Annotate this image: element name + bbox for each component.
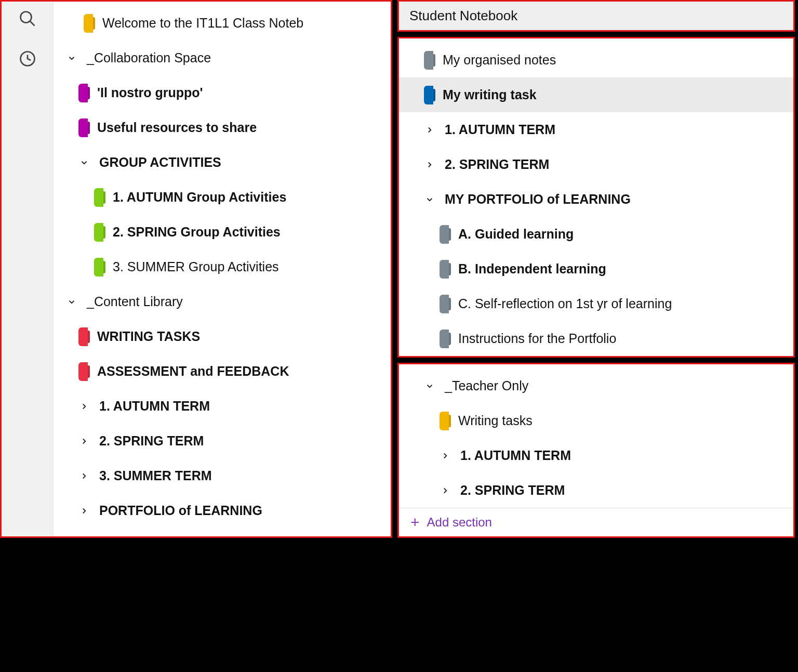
section-tab-icon (440, 330, 449, 348)
plus-icon: + (410, 515, 420, 530)
group-label: _Content Library (87, 294, 183, 309)
group-label: 3. SUMMER TERM (99, 468, 212, 483)
section-guided-learning[interactable]: A. Guided learning (399, 217, 793, 252)
section-useful-resources[interactable]: Useful resources to share (54, 110, 391, 145)
section-label: Writing tasks (458, 413, 533, 428)
group-label: PORTFOLIO of LEARNING (99, 503, 262, 518)
group-label: 2. SPRING TERM (445, 157, 549, 172)
section-label: 3. SUMMER Group Activities (113, 259, 279, 274)
group-cl-portfolio[interactable]: PORTFOLIO of LEARNING (54, 493, 391, 528)
nav-panel-left: Welcome to the IT1L1 Class Noteb _Collab… (0, 0, 392, 538)
section-self-reflection[interactable]: C. Self-reflection on 1st yr of learning (399, 286, 793, 321)
section-tab-icon (94, 258, 103, 276)
group-content-library[interactable]: _Content Library (54, 284, 391, 319)
chevron-down-icon (424, 381, 435, 391)
section-label: Instructions for the Portfolio (458, 331, 616, 346)
section-tab-icon (94, 223, 103, 242)
section-label: ASSESSMENT and FEEDBACK (97, 364, 289, 379)
section-tab-icon (78, 118, 88, 137)
student-notebook-panel: My organised notes My writing task 1. AU… (397, 37, 795, 358)
chevron-down-icon (78, 158, 90, 167)
section-autumn-group[interactable]: 1. AUTUMN Group Activities (54, 180, 391, 215)
student-tree: My organised notes My writing task 1. AU… (399, 38, 793, 356)
section-my-writing-task[interactable]: My writing task (399, 77, 793, 112)
section-portfolio-instructions[interactable]: Instructions for the Portfolio (399, 321, 793, 356)
chevron-right-icon (78, 402, 90, 411)
chevron-down-icon (424, 195, 435, 204)
add-section-label: Add section (427, 515, 492, 530)
group-teacher-spring-term[interactable]: 2. SPRING TERM (399, 473, 793, 508)
page-welcome[interactable]: Welcome to the IT1L1 Class Noteb (54, 6, 391, 41)
chevron-right-icon (424, 160, 435, 169)
section-tab-icon (94, 188, 103, 207)
group-teacher-only[interactable]: _Teacher Only (399, 368, 793, 403)
group-collab-label: _Collaboration Space (87, 50, 211, 65)
section-my-organised-notes[interactable]: My organised notes (399, 43, 793, 77)
section-tab-icon (78, 362, 88, 381)
group-label: GROUP ACTIVITIES (99, 155, 221, 170)
section-summer-group[interactable]: 3. SUMMER Group Activities (54, 249, 391, 284)
section-label: 1. AUTUMN Group Activities (113, 190, 286, 205)
section-label: 2. SPRING Group Activities (113, 225, 281, 240)
section-label: 'Il nostro gruppo' (97, 85, 203, 100)
section-spring-group[interactable]: 2. SPRING Group Activities (54, 215, 391, 249)
group-label: 1. AUTUMN TERM (99, 399, 210, 414)
section-label: My writing task (443, 87, 537, 102)
section-label: C. Self-reflection on 1st yr of learning (458, 296, 672, 311)
section-teacher-writing[interactable]: Writing tasks (399, 403, 793, 438)
student-notebook-title: Student Notebook (409, 8, 517, 24)
group-cl-spring-term[interactable]: 2. SPRING TERM (54, 424, 391, 458)
section-il-nostro-gruppo[interactable]: 'Il nostro gruppo' (54, 75, 391, 110)
section-tab-icon (440, 225, 449, 244)
section-tab-icon (78, 84, 88, 102)
group-label: 2. SPRING TERM (460, 483, 565, 498)
group-student-autumn-term[interactable]: 1. AUTUMN TERM (399, 112, 793, 147)
teacher-tree: _Teacher Only Writing tasks 1. AUTUMN TE… (399, 364, 793, 508)
chevron-right-icon (424, 125, 435, 135)
section-tab-icon (78, 327, 88, 346)
group-my-portfolio[interactable]: MY PORTFOLIO of LEARNING (399, 182, 793, 217)
chevron-right-icon (78, 506, 90, 516)
group-label: _Teacher Only (445, 378, 528, 393)
notebook-tree: Welcome to the IT1L1 Class Noteb _Collab… (54, 2, 391, 536)
group-label: MY PORTFOLIO of LEARNING (445, 192, 631, 207)
group-collab-space[interactable]: _Collaboration Space (54, 41, 391, 75)
group-label: 2. SPRING TERM (99, 433, 204, 449)
chevron-right-icon (78, 437, 90, 446)
section-writing-tasks[interactable]: WRITING TASKS (54, 319, 391, 354)
chevron-right-icon (440, 486, 451, 495)
teacher-only-panel: _Teacher Only Writing tasks 1. AUTUMN TE… (397, 363, 795, 538)
section-label: A. Guided learning (458, 227, 574, 242)
group-label: 1. AUTUMN TERM (460, 448, 571, 463)
page-welcome-label: Welcome to the IT1L1 Class Noteb (102, 16, 303, 31)
section-tab-icon (424, 86, 433, 104)
chevron-down-icon (66, 297, 77, 307)
section-label: My organised notes (443, 52, 556, 68)
svg-point-0 (20, 12, 31, 23)
group-cl-autumn-term[interactable]: 1. AUTUMN TERM (54, 389, 391, 424)
clock-icon[interactable] (18, 49, 37, 71)
group-cl-summer-term[interactable]: 3. SUMMER TERM (54, 458, 391, 493)
group-student-spring-term[interactable]: 2. SPRING TERM (399, 147, 793, 182)
section-tab-icon (440, 295, 449, 313)
svg-line-1 (30, 21, 34, 26)
section-label: B. Independent learning (458, 261, 606, 276)
section-tab-icon (84, 14, 93, 33)
chevron-down-icon (66, 54, 77, 63)
section-tab-icon (440, 412, 449, 430)
section-assessment-feedback[interactable]: ASSESSMENT and FEEDBACK (54, 354, 391, 389)
student-notebook-header-panel: Student Notebook (397, 0, 795, 32)
group-teacher-autumn-term[interactable]: 1. AUTUMN TERM (399, 438, 793, 473)
section-tab-icon (424, 51, 433, 70)
search-icon[interactable] (18, 9, 37, 31)
group-group-activities[interactable]: GROUP ACTIVITIES (54, 145, 391, 180)
chevron-right-icon (440, 451, 451, 460)
group-label: 1. AUTUMN TERM (445, 122, 555, 137)
side-rail (2, 2, 54, 536)
section-tab-icon (440, 260, 449, 279)
section-label: WRITING TASKS (97, 329, 200, 344)
student-notebook-header[interactable]: Student Notebook (399, 2, 793, 30)
chevron-right-icon (78, 471, 90, 481)
section-independent-learning[interactable]: B. Independent learning (399, 252, 793, 286)
add-section-button[interactable]: + Add section (399, 508, 793, 536)
